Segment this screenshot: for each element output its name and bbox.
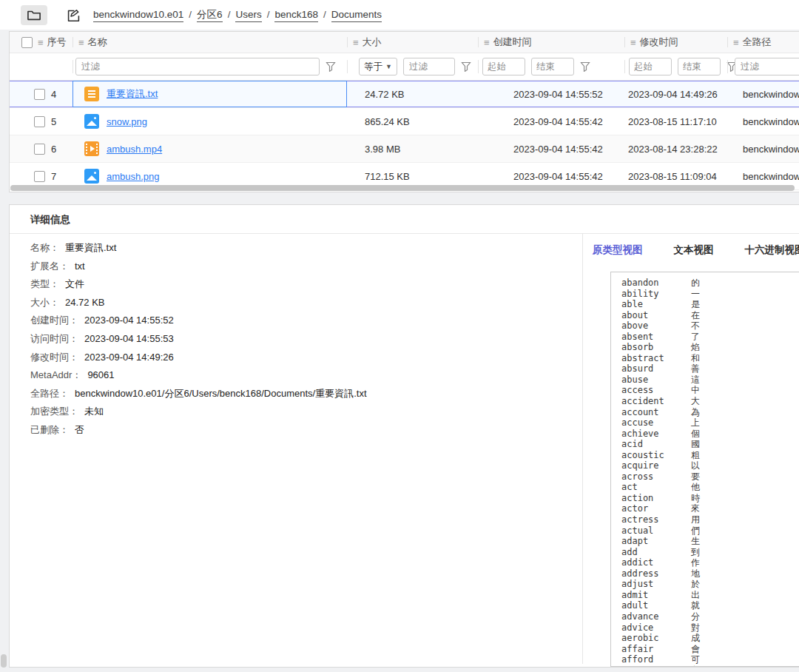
created-start-input[interactable] [482,58,525,75]
detail-value: 24.72 KB [65,297,105,308]
file-size: 3.98 MB [347,135,478,162]
modified-end-input[interactable] [678,58,721,75]
detail-field: MetaAddr：96061 [30,366,367,385]
name-funnel-icon[interactable] [326,61,336,72]
row-index: 4 [51,89,56,100]
size-filter-input[interactable] [403,58,455,75]
detail-value: txt [75,261,85,272]
preview-tab[interactable]: 原类型视图 [593,243,643,257]
created-funnel-icon[interactable] [580,61,590,72]
details-title: 详细信息 [10,205,799,234]
name-filter-input[interactable] [75,58,320,75]
wordlist-line: acoustic粗 [621,450,799,461]
wordlist-line: acquire以 [621,460,799,471]
modified-start-input[interactable] [629,58,672,75]
table-header-row: ≡ 序号 ≡ 名称 ≡ 大小 ≡ 创建时间 ≡ 修改时间 ≡ 全路径 [10,32,799,53]
preview-tab[interactable]: 十六进制视图 [745,243,799,257]
image-file-icon [84,169,99,184]
wordlist-line: afford可 [621,654,799,665]
wordlist-line: acid國 [621,439,799,450]
breadcrumb-item[interactable]: benckwindow10.e01 [93,9,183,22]
wordlist-line: accuse上 [621,417,799,429]
row-checkbox[interactable] [34,89,45,100]
detail-field: 大小：24.72 KB [30,294,367,312]
wordlist-line: abstract和 [621,353,799,364]
file-link[interactable]: ambush.mp4 [107,144,162,155]
column-header-index[interactable]: ≡ 序号 [10,32,73,53]
table-row[interactable]: 5 snow.png 865.24 KB 2023-09-04 14:55:42… [10,108,799,135]
file-link[interactable]: 重要資訊.txt [107,87,158,101]
row-checkbox[interactable] [34,171,45,182]
wordlist-line: absent了 [621,332,799,343]
wordlist-line: account為 [621,407,799,418]
column-menu-icon: ≡ [733,37,739,48]
detail-field: 已删除：否 [30,421,367,440]
file-created-time: 2023-09-04 14:55:42 [478,135,624,162]
detail-value: 2023-09-04 14:55:52 [84,315,174,326]
detail-value: 96061 [87,369,114,380]
path-filter-input[interactable] [735,58,799,75]
file-link[interactable]: snow.png [107,116,147,127]
wordlist-line: able是 [621,299,799,310]
file-link[interactable]: ambush.png [107,171,160,182]
detail-value: 重要資訊.txt [65,242,116,253]
breadcrumb-item[interactable]: benck168 [274,9,318,22]
detail-field: 修改时间：2023-09-04 14:49:26 [30,349,367,367]
breadcrumb-separator: / [267,9,270,20]
wordlist-line: accident大 [621,396,799,407]
preview-tab[interactable]: 文本视图 [674,243,714,257]
detail-label: 扩展名： [30,261,69,272]
column-header-path[interactable]: ≡ 全路径 [727,32,799,53]
breadcrumb-item[interactable]: 分区6 [197,9,223,22]
file-modified-time: 2023-09-04 14:49:26 [624,81,727,107]
page-scrollbar-thumb[interactable] [1,654,7,668]
wordlist-line: achieve個 [621,429,799,440]
horizontal-scrollbar-thumb[interactable] [10,185,795,191]
table-row[interactable]: 6 ambush.mp4 3.98 MB 2023-09-04 14:55:42… [10,135,799,163]
detail-label: 加密类型： [30,406,78,417]
table-row[interactable]: 4 重要資訊.txt 24.72 KB 2023-09-04 14:55:52 … [10,81,799,108]
detail-value: 文件 [65,278,84,289]
column-header-size[interactable]: ≡ 大小 [347,32,478,53]
detail-label: 类型： [30,278,59,289]
breadcrumb-item[interactable]: Documents [331,9,382,22]
column-header-name[interactable]: ≡ 名称 [73,32,347,53]
row-index: 7 [51,171,56,182]
detail-value: 2023-09-04 14:49:26 [84,352,174,363]
detail-field: 全路径：benckwindow10.e01/分区6/Users/benck168… [30,385,367,403]
horizontal-scrollbar[interactable] [10,185,799,191]
wordlist-line: absurd善 [621,363,799,374]
folder-button[interactable] [21,5,47,25]
wordlist-line: abuse這 [621,374,799,386]
select-all-checkbox[interactable] [21,37,33,48]
preview-content: abandon的ability一able是about在above不absent了… [610,272,799,667]
details-fields: 名称：重要資訊.txt 扩展名：txt 类型：文件 大小：24.72 KB 创建… [30,239,367,440]
wordlist-line: aerobic成 [621,633,799,644]
wordlist-line: across要 [621,471,799,483]
file-size: 865.24 KB [347,108,478,135]
column-menu-icon: ≡ [353,37,359,48]
detail-value: 2023-09-04 14:55:53 [84,333,174,344]
filter-row: 等于▼ [10,53,799,81]
file-full-path: benckwindow [727,81,799,107]
wordlist-line: actual們 [621,525,799,537]
row-checkbox[interactable] [34,144,45,155]
row-index: 6 [51,144,56,155]
file-modified-time: 2023-08-15 11:17:10 [624,108,727,135]
breadcrumb-separator: / [189,9,192,20]
created-end-input[interactable] [531,58,574,75]
column-header-created[interactable]: ≡ 创建时间 [478,32,624,53]
row-checkbox[interactable] [34,116,45,127]
edit-path-button[interactable] [65,7,81,23]
detail-label: 已删除： [30,424,69,435]
wordlist-line: adult就 [621,600,799,611]
detail-field: 创建时间：2023-09-04 14:55:52 [30,312,367,330]
size-funnel-icon[interactable] [461,61,471,72]
breadcrumb-item[interactable]: Users [235,9,261,22]
detail-field: 名称：重要資訊.txt [30,239,367,258]
detail-field: 访问时间：2023-09-04 14:55:53 [30,330,367,349]
wordlist-line: afraid主 [621,665,799,667]
size-operator-select[interactable]: 等于▼ [359,58,397,75]
detail-value: 未知 [84,406,104,417]
column-header-modified[interactable]: ≡ 修改时间 [624,32,727,53]
